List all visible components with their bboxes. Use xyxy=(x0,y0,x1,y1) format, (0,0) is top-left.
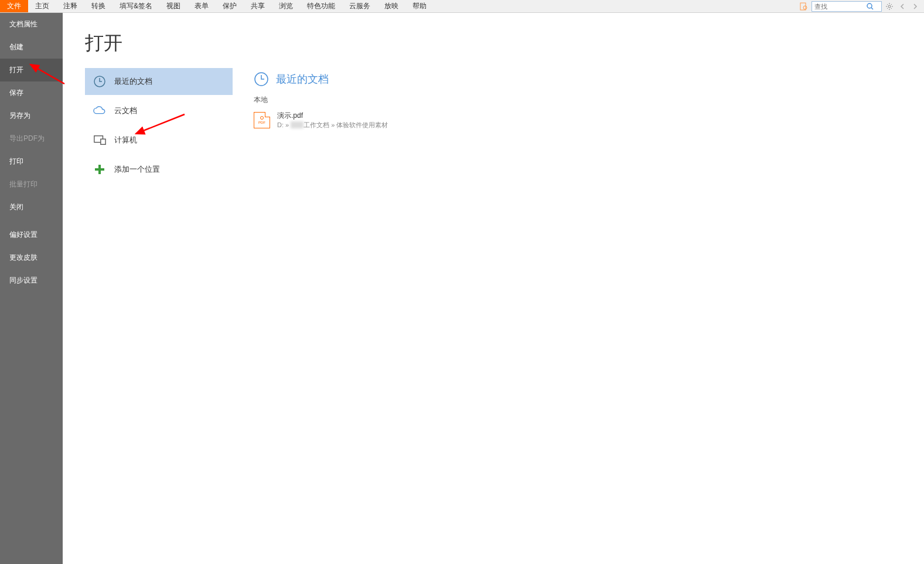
sidebar-item-3[interactable]: 保存 xyxy=(0,81,63,104)
open-panel-left: 打开 最近的文档云文档计算机添加一个位置 xyxy=(63,13,233,564)
menu-tab-3[interactable]: 转换 xyxy=(84,0,112,12)
svg-rect-0 xyxy=(800,3,806,10)
sidebar-gap xyxy=(0,219,63,223)
location-plus[interactable]: 添加一个位置 xyxy=(85,156,233,183)
pdf-file-icon: PDF xyxy=(254,112,270,128)
sidebar-item-0[interactable]: 文档属性 xyxy=(0,13,63,36)
topbar-right xyxy=(799,0,924,12)
open-panel-right: 最近的文档 本地 PDF演示.pdfD: » xxxx工作文档 » 体验软件使用… xyxy=(233,13,924,564)
menu-tab-2[interactable]: 注释 xyxy=(56,0,84,12)
menu-tab-0[interactable]: 文件 xyxy=(0,0,28,12)
menu-tab-7[interactable]: 保护 xyxy=(216,0,244,12)
recent-file-row[interactable]: PDF演示.pdfD: » xxxx工作文档 » 体验软件使用素材 xyxy=(254,108,924,132)
sidebar-item-7: 批量打印 xyxy=(0,173,63,196)
file-sidebar: 文档属性创建打开保存另存为导出PDF为打印批量打印关闭偏好设置更改皮肤同步设置 xyxy=(0,13,63,564)
search-page-icon[interactable] xyxy=(799,1,809,12)
open-panel: 打开 最近的文档云文档计算机添加一个位置 最近的文档 本地 PDF演示.pdfD… xyxy=(63,13,924,564)
file-name: 演示.pdf xyxy=(277,111,388,121)
svg-rect-7 xyxy=(101,139,105,144)
search-icon[interactable] xyxy=(865,1,875,12)
menu-tab-4[interactable]: 填写&签名 xyxy=(112,0,159,12)
cloud-icon xyxy=(93,104,106,117)
main-body: 文档属性创建打开保存另存为导出PDF为打印批量打印关闭偏好设置更改皮肤同步设置 … xyxy=(0,13,924,564)
svg-point-4 xyxy=(888,5,891,8)
location-clock[interactable]: 最近的文档 xyxy=(85,68,233,95)
menu-tab-13[interactable]: 帮助 xyxy=(405,0,434,12)
location-cloud[interactable]: 云文档 xyxy=(85,97,233,124)
menu-tab-8[interactable]: 共享 xyxy=(244,0,272,12)
location-label: 最近的文档 xyxy=(114,76,152,87)
sidebar-item-5: 导出PDF为 xyxy=(0,127,63,150)
topbar-spacer xyxy=(434,0,799,12)
search-box[interactable] xyxy=(812,1,882,12)
sidebar-item-10[interactable]: 偏好设置 xyxy=(0,223,63,246)
svg-line-3 xyxy=(871,8,873,9)
local-label: 本地 xyxy=(254,95,924,105)
location-label: 添加一个位置 xyxy=(114,164,160,175)
sidebar-item-6[interactable]: 打印 xyxy=(0,150,63,173)
location-label: 计算机 xyxy=(114,135,137,145)
nav-prev-icon[interactable] xyxy=(897,1,908,12)
location-list: 最近的文档云文档计算机添加一个位置 xyxy=(85,68,233,183)
panel-title: 打开 xyxy=(85,30,233,56)
nav-next-icon[interactable] xyxy=(910,1,920,12)
top-menu-bar: 文件主页注释转换填写&签名视图表单保护共享浏览特色功能云服务放映帮助 xyxy=(0,0,924,13)
sidebar-item-1[interactable]: 创建 xyxy=(0,36,63,59)
location-label: 云文档 xyxy=(114,106,137,116)
file-meta: 演示.pdfD: » xxxx工作文档 » 体验软件使用素材 xyxy=(277,111,388,130)
plus-icon xyxy=(93,163,106,176)
svg-point-2 xyxy=(867,4,872,8)
sidebar-item-8[interactable]: 关闭 xyxy=(0,196,63,219)
location-computer[interactable]: 计算机 xyxy=(85,127,233,154)
sidebar-item-4[interactable]: 另存为 xyxy=(0,104,63,127)
svg-point-1 xyxy=(803,6,807,9)
menu-tab-5[interactable]: 视图 xyxy=(159,0,187,12)
computer-icon xyxy=(93,134,106,147)
clock-icon xyxy=(254,72,269,87)
menu-tab-12[interactable]: 放映 xyxy=(377,0,405,12)
menu-tab-1[interactable]: 主页 xyxy=(28,0,56,12)
menu-tab-10[interactable]: 特色功能 xyxy=(300,0,342,12)
settings-icon[interactable] xyxy=(884,1,895,12)
recent-file-list: PDF演示.pdfD: » xxxx工作文档 » 体验软件使用素材 xyxy=(254,108,924,132)
svg-point-9 xyxy=(261,117,264,120)
clock-icon xyxy=(93,75,106,88)
sidebar-item-2[interactable]: 打开 xyxy=(0,59,63,81)
recent-section-head: 最近的文档 xyxy=(254,72,924,87)
sidebar-item-11[interactable]: 更改皮肤 xyxy=(0,246,63,269)
menu-tab-9[interactable]: 浏览 xyxy=(272,0,300,12)
file-path: D: » xxxx工作文档 » 体验软件使用素材 xyxy=(277,121,388,130)
menu-tab-6[interactable]: 表单 xyxy=(187,0,216,12)
menu-tab-11[interactable]: 云服务 xyxy=(342,0,377,12)
search-input[interactable] xyxy=(812,3,865,10)
menu-tabs: 文件主页注释转换填写&签名视图表单保护共享浏览特色功能云服务放映帮助 xyxy=(0,0,434,12)
recent-heading: 最近的文档 xyxy=(276,72,329,86)
sidebar-item-12[interactable]: 同步设置 xyxy=(0,269,63,292)
